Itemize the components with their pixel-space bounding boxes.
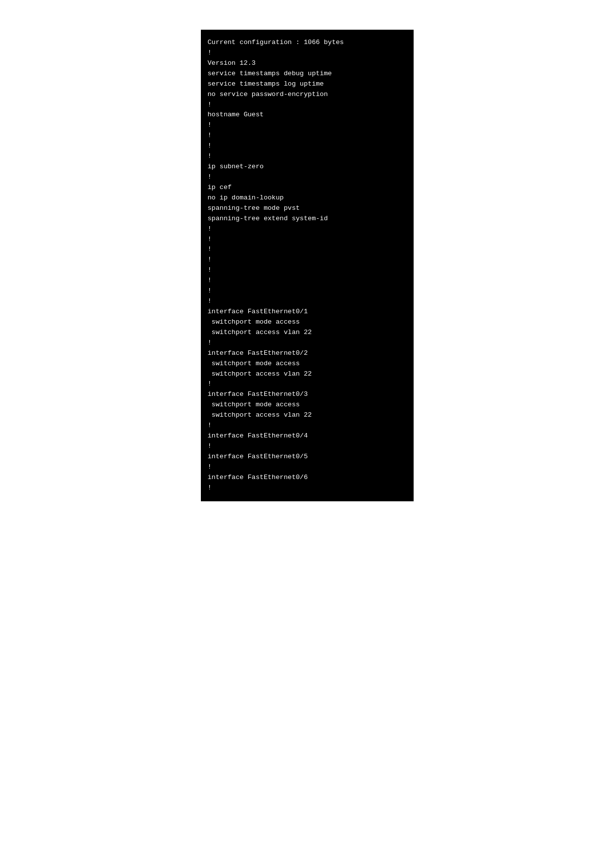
terminal-line: ! xyxy=(208,131,407,141)
terminal-line: ! xyxy=(208,286,407,296)
terminal-line: ! xyxy=(208,151,407,162)
terminal-line: ! xyxy=(208,120,407,131)
terminal-line: ! xyxy=(208,141,407,151)
terminal-line: interface FastEthernet0/6 xyxy=(208,473,407,483)
terminal-line: ! xyxy=(208,255,407,265)
terminal-line: ! xyxy=(208,235,407,245)
terminal-line: ! xyxy=(208,100,407,110)
terminal-line: switchport access vlan 22 xyxy=(208,369,407,380)
terminal-line: Version 12.3 xyxy=(208,58,407,69)
terminal-line: switchport access vlan 22 xyxy=(208,328,407,338)
terminal-line: ip cef xyxy=(208,183,407,193)
terminal-line: ! xyxy=(208,421,407,431)
terminal-line: interface FastEthernet0/4 xyxy=(208,431,407,441)
terminal-line: ! xyxy=(208,224,407,235)
terminal-line: ! xyxy=(208,265,407,276)
terminal-line: ! xyxy=(208,296,407,307)
terminal-line: interface FastEthernet0/2 xyxy=(208,348,407,359)
terminal-line: ! xyxy=(208,244,407,255)
terminal-line: spanning-tree extend system-id xyxy=(208,214,407,224)
terminal-line: interface FastEthernet0/1 xyxy=(208,307,407,317)
terminal-line: spanning-tree mode pvst xyxy=(208,203,407,214)
terminal-window: Current configuration : 1066 bytes!Versi… xyxy=(201,30,414,501)
terminal-line: ! xyxy=(208,276,407,286)
terminal-line: switchport mode access xyxy=(208,400,407,410)
terminal-line: ! xyxy=(208,172,407,183)
terminal-line: Current configuration : 1066 bytes xyxy=(208,38,407,48)
terminal-line: switchport access vlan 22 xyxy=(208,410,407,421)
terminal-line: switchport mode access xyxy=(208,317,407,328)
terminal-line: ! xyxy=(208,441,407,452)
terminal-line: ! xyxy=(208,483,407,493)
terminal-line: no ip domain-lookup xyxy=(208,193,407,203)
terminal-line: interface FastEthernet0/5 xyxy=(208,452,407,462)
terminal-line: hostname Guest xyxy=(208,110,407,120)
terminal-line: switchport mode access xyxy=(208,359,407,369)
terminal-line: ! xyxy=(208,338,407,348)
terminal-line: ! xyxy=(208,462,407,473)
terminal-line: service timestamps debug uptime xyxy=(208,69,407,79)
terminal-line: ! xyxy=(208,379,407,389)
terminal-line: no service password-encryption xyxy=(208,90,407,100)
terminal-line: service timestamps log uptime xyxy=(208,79,407,90)
terminal-line: ! xyxy=(208,48,407,58)
terminal-line: interface FastEthernet0/3 xyxy=(208,389,407,400)
terminal-line: ip subnet-zero xyxy=(208,162,407,172)
